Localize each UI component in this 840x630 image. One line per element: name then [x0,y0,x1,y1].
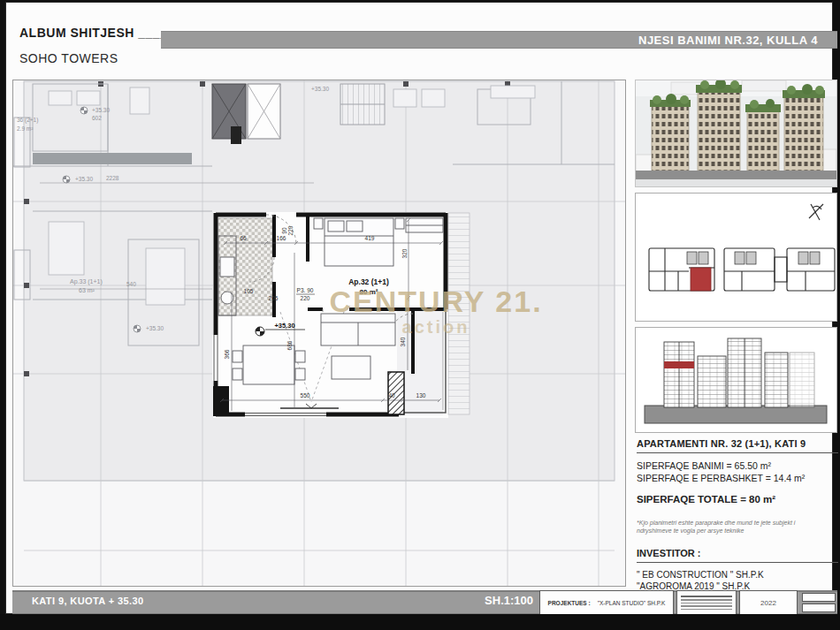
apt36-area: 2.9 m² [17,125,34,132]
dim-k2: 205 [269,295,279,301]
footer-scale: SH.1:100 [471,594,533,607]
elevation-svg [636,328,836,432]
tower-1 [650,94,691,171]
stairs [340,84,385,125]
area-line-1: SIPERFAQE BANIMI = 65.50 m² [637,460,838,471]
keyplan-svg [636,194,836,321]
area-line-2: SIPERFAQE E PERBASHKET = 14.4 m² [637,473,838,483]
tower-2 [696,80,742,171]
title-block-revision-boxes [800,590,837,615]
unit-level-label: +35.30 [274,322,294,330]
designer-name: "X-PLAN STUDIO" SH.P.K [598,600,666,606]
tower-3 [745,99,781,171]
investor-label: INVESTITOR : [637,548,838,558]
apt33-area: 63 m² [79,287,95,293]
document-page: ALBUM SHITJESH ____ SOHO TOWERS NJESI BA… [5,2,833,614]
revision-box-2 [802,603,836,612]
entry-door-h: 220 [287,225,294,235]
elevation-highlight-floor [664,361,694,368]
area-total: SIPERFAQE TOTALE = 80 m² [637,494,838,505]
dim-bedroom-w: 419 [365,235,375,241]
investor-divider [637,562,838,563]
door-spec-label: P3. 90 [297,287,314,293]
bg-level-3: +35.30 [75,176,93,182]
apartment-info: APARTAMENTI NR. 32 (1+1), KATI 9 SIPERFA… [637,438,838,593]
title-block-designer-cell: PROJEKTUES : "X-PLAN STUDIO" SH.P.K [539,590,674,615]
corridor-band [33,153,192,164]
bg-long-dim: 2228 [106,175,119,181]
elevation-ground [645,406,827,423]
dim-hall-h: 686 [286,340,293,350]
title-divider [637,452,838,453]
keyplan-highlight-unit [691,268,711,291]
floor-plan-svg: +35.30 602 +35.30 36 (2+1) 2.9 m² +35.30… [13,80,625,586]
bg-level-4: +35.30 [146,325,164,331]
building-render-svg [636,80,836,186]
apt36-label: 36 (2+1) [17,117,38,124]
unit-area-label: 80 m² [360,288,378,296]
elevation-panel [635,327,837,433]
bg-level-1-dim: 602 [92,115,102,121]
footer-floor-label: KATI 9, KUOTA + 35.30 [32,596,143,606]
right-facade-ticks [448,213,470,414]
bg-level-2: +35.30 [311,86,329,92]
dim-living-h: 366 [224,349,230,359]
investor-1: " EB CONSTRUCTION " SH.P.K [637,570,838,580]
elevator-core [212,84,280,144]
dim-entry: 166 [277,235,286,241]
disclaimer-note: *Kjo planimetri eshte paraprake dhe mund… [637,519,831,535]
dim-balcony-w: 130 [416,392,426,398]
project-name: SOHO TOWERS [19,51,118,65]
unit-name-label: Ap.32 (1+1) [348,277,389,286]
floor-plan-drawing: +35.30 602 +35.30 36 (2+1) 2.9 m² +35.30… [12,80,626,587]
photo-background-edge [0,614,840,630]
apartment-title: APARTAMENTI NR. 32 (1+1), KATI 9 [637,438,838,449]
title-block: PROJEKTUES : "X-PLAN STUDIO" SH.P.K 2022 [539,590,837,615]
street [636,171,836,179]
dim-living-w: 550 [301,392,310,398]
screenshot-root: ALBUM SHITJESH ____ SOHO TOWERS NJESI BA… [0,0,840,630]
tower-4 [783,84,825,171]
keyplan-panel [635,193,837,322]
apt33-label: Ap.33 (1+1) [70,278,103,285]
entry-door-w: 90 [281,227,287,234]
dim-kitchen-top: 66 [240,235,247,241]
dim-col-w: 40 [388,392,395,398]
dim-balcony-h: 340 [400,337,406,346]
unit-banner: NJESI BANIMI NR.32, KULLA 4 [161,31,837,49]
building-render [635,80,837,187]
title-block-year-cell: 2022 [739,590,798,615]
album-title: ALBUM SHITJESH ____ [19,26,167,40]
bg-level-1: +35.30 [92,107,110,113]
designer-label: PROJEKTUES : [548,600,591,606]
dim-k1: 105 [244,288,254,294]
apt33-dim: 540 [126,281,136,287]
revision-box-1 [802,593,836,602]
dim-bedroom-h: 320 [401,248,408,258]
title-block-fineprint-cell [676,590,737,615]
door-spec-height: 220 [301,295,310,301]
